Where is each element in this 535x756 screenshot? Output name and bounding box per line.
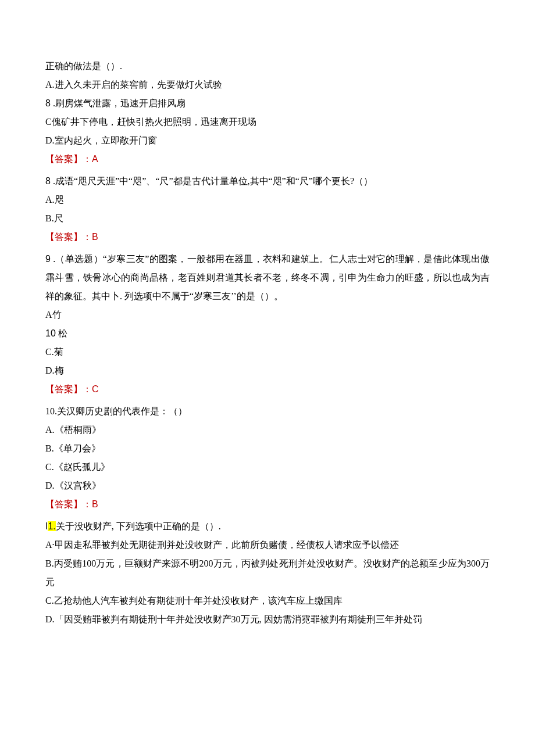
answer-value: B	[92, 499, 98, 509]
answer-label: 【答案】：	[45, 232, 92, 242]
q7-option-d: D.室内起火，立即敞开门窗	[45, 131, 490, 150]
q10-option-d: D.《汉宫秋》	[45, 476, 490, 495]
q9-stem: 9 .（单选题）“岁寒三友”的图案，一般都用在器皿，衣料和建筑上。仁人志士对它的…	[45, 250, 490, 306]
q7-option-c: C傀矿井下停电，赶快引热火把照明，迅速离开现场	[45, 113, 490, 131]
q11-num-highlight: 1.	[48, 521, 55, 531]
q9-option-d: D.梅	[45, 361, 490, 380]
q7-option-b: 8 .刷房煤气泄露，迅速开启排风扇	[45, 94, 490, 113]
answer-value: B	[92, 232, 98, 242]
q7-option-a: A.进入久未开启的菜窖前，先要做灯火试验	[45, 76, 490, 94]
q11-option-b: B.丙受贿100万元，巨额财产来源不明200万元，丙被判处死刑并处没收财产。没收…	[45, 554, 490, 592]
q10-option-c: C.《赵氏孤儿》	[45, 458, 490, 476]
q7-b-number: 8	[45, 98, 51, 108]
q9-b-text: 松	[56, 328, 67, 338]
q9-option-c: C.菊	[45, 343, 490, 361]
q9-option-b: 10 松	[45, 324, 490, 343]
q9-answer: 【答案】：C	[45, 380, 490, 399]
answer-label: 【答案】：	[45, 154, 92, 164]
q10-option-b: B.《单刀会》	[45, 439, 490, 458]
q8-option-b: B.尺	[45, 209, 490, 228]
q9-option-a: A竹	[45, 306, 490, 324]
q9-stem-text: .（单选题）“岁寒三友”的图案，一般都用在器皿，衣料和建筑上。仁人志士对它的理解…	[45, 254, 490, 301]
q11-option-c: C.乙抢劫他人汽车被判处有期徒刑十年并处没收财产，该汽车应上缴国库	[45, 592, 490, 610]
q11-stem-text: 关于没收财产, 下列选项中正确的是（）.	[56, 521, 221, 531]
q8-stem: 8 .成语“咫尺天涯”中“咫”、“尺”都是古代计量单位,其中“咫”和“尺”哪个更…	[45, 172, 490, 191]
document-page: 正确的做法是（）. A.进入久未开启的菜窖前，先要做灯火试验 8 .刷房煤气泄露…	[0, 0, 535, 756]
q7-answer: 【答案】：A	[45, 150, 490, 169]
q11-stem: I1.关于没收财产, 下列选项中正确的是（）.	[45, 517, 490, 536]
answer-value: C	[92, 384, 99, 394]
q10-option-a: A.《梧桐雨》	[45, 421, 490, 439]
q8-answer: 【答案】：B	[45, 228, 490, 246]
q9-number: 9	[45, 254, 51, 264]
q8-option-a: A.咫	[45, 191, 490, 209]
q10-stem: 10.关汉卿历史剧的代表作是：（）	[45, 402, 490, 421]
q8-stem-text: .成语“咫尺天涯”中“咫”、“尺”都是古代计量单位,其中“咫”和“尺”哪个更长?…	[51, 176, 373, 186]
q11-option-a: A·甲因走私罪被判处无期徒刑并处没收财产，此前所负赌债，经债权人请求应予以偿还	[45, 536, 490, 554]
answer-value: A	[92, 154, 98, 164]
q8-number: 8	[45, 176, 51, 186]
answer-label: 【答案】：	[45, 499, 92, 509]
q11-option-d: D.「因受贿罪被判有期徒刑十年并处没收财产30万元, 因妨需消霓罪被判有期徒刑三…	[45, 610, 490, 629]
q7-stem: 正确的做法是（）.	[45, 57, 490, 76]
q7-b-text: .刷房煤气泄露，迅速开启排风扇	[51, 98, 186, 108]
q9-b-number: 10	[45, 328, 56, 338]
q10-answer: 【答案】：B	[45, 495, 490, 514]
answer-label: 【答案】：	[45, 384, 92, 394]
